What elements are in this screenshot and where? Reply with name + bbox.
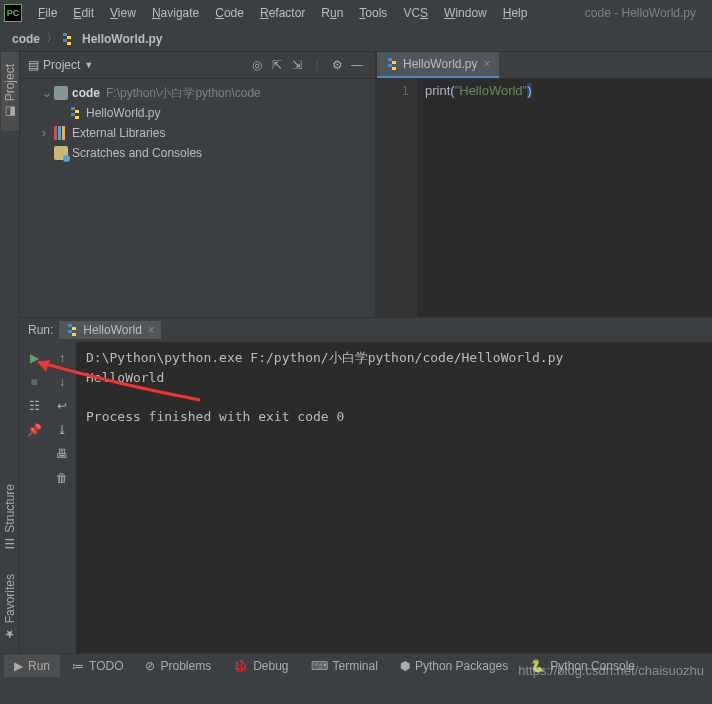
left-tool-rail: ◧ Project ☰ Structure ★ Favorites	[0, 52, 20, 653]
menu-bar: PC File Edit View Navigate Code Refactor…	[0, 0, 712, 26]
menu-window[interactable]: Window	[436, 6, 495, 20]
menu-navigate[interactable]: Navigate	[144, 6, 207, 20]
menu-edit[interactable]: Edit	[65, 6, 102, 20]
menu-file[interactable]: File	[30, 6, 65, 20]
chevron-down-icon: ⌄	[42, 86, 54, 100]
gear-icon[interactable]: ⚙	[327, 55, 347, 75]
python-file-icon	[68, 106, 82, 120]
breadcrumb-root[interactable]: code	[8, 32, 44, 46]
pin-icon[interactable]: 📌	[24, 420, 44, 440]
bb-python-console[interactable]: 🐍Python Console	[520, 654, 645, 677]
menu-view[interactable]: View	[102, 6, 144, 20]
collapse-all-icon[interactable]: ⇲	[287, 55, 307, 75]
up-icon[interactable]: ↑	[52, 348, 72, 368]
package-icon: ⬢	[400, 659, 410, 673]
play-icon: ▶	[14, 659, 23, 673]
python-icon: 🐍	[530, 659, 545, 673]
window-title: code - HelloWorld.py	[585, 6, 708, 20]
layout-icon[interactable]: ☷	[24, 396, 44, 416]
print-icon[interactable]: 🖶	[52, 444, 72, 464]
tree-scratches[interactable]: Scratches and Consoles	[20, 143, 375, 163]
bb-debug[interactable]: 🐞Debug	[223, 654, 298, 677]
breadcrumb: code 〉 HelloWorld.py	[0, 26, 712, 52]
breadcrumb-file[interactable]: HelloWorld.py	[78, 32, 166, 46]
project-tree: ⌄ codeF:\python\小白学python\code HelloWorl…	[20, 79, 375, 167]
stop-icon[interactable]: ■	[24, 372, 44, 392]
editor-tab[interactable]: HelloWorld.py ×	[377, 52, 499, 78]
menu-run[interactable]: Run	[313, 6, 351, 20]
gutter: 1	[377, 79, 417, 317]
menu-refactor[interactable]: Refactor	[252, 6, 313, 20]
editor-tabs: HelloWorld.py ×	[377, 52, 712, 79]
menu-tools[interactable]: Tools	[351, 6, 395, 20]
problems-icon: ⊘	[145, 659, 155, 673]
project-view-dropdown[interactable]: ▤ Project ▼	[28, 58, 93, 72]
run-toolbar-secondary: ↑ ↓ ↩ ⤓ 🖶 🗑	[48, 342, 76, 653]
chevron-right-icon: ›	[42, 126, 54, 140]
bb-todo[interactable]: ≔TODO	[62, 654, 133, 677]
bug-icon: 🐞	[233, 659, 248, 673]
trash-icon[interactable]: 🗑	[52, 468, 72, 488]
chevron-right-icon: 〉	[44, 30, 60, 47]
close-icon[interactable]: ×	[483, 57, 490, 71]
python-file-icon	[65, 323, 79, 337]
menu-code[interactable]: Code	[207, 6, 252, 20]
run-toolbar-primary: ▶ ■ ☷ 📌	[20, 342, 48, 653]
bb-terminal[interactable]: ⌨Terminal	[301, 654, 388, 677]
terminal-icon: ⌨	[311, 659, 328, 673]
bb-problems[interactable]: ⊘Problems	[135, 654, 221, 677]
folder-icon	[54, 86, 68, 100]
menu-help[interactable]: Help	[495, 6, 536, 20]
libraries-icon	[54, 126, 68, 140]
project-icon: ▤	[28, 58, 39, 72]
expand-all-icon[interactable]: ⇱	[267, 55, 287, 75]
soft-wrap-icon[interactable]: ↩	[52, 396, 72, 416]
bottom-bar: ▶Run ≔TODO ⊘Problems 🐞Debug ⌨Terminal ⬢P…	[0, 653, 712, 677]
tree-root[interactable]: ⌄ codeF:\python\小白学python\code	[20, 83, 375, 103]
python-file-icon	[60, 32, 74, 46]
run-tab[interactable]: HelloWorld ×	[59, 321, 160, 339]
rerun-icon[interactable]: ▶	[24, 348, 44, 368]
locate-icon[interactable]: ◎	[247, 55, 267, 75]
close-icon[interactable]: ×	[148, 323, 155, 337]
menu-vcs[interactable]: VCS	[395, 6, 436, 20]
tree-ext-libs[interactable]: › External Libraries	[20, 123, 375, 143]
tree-file[interactable]: HelloWorld.py	[20, 103, 375, 123]
python-file-icon	[385, 57, 399, 71]
project-panel: ▤ Project ▼ ◎ ⇱ ⇲ | ⚙ — ⌄ co	[20, 52, 376, 317]
chevron-down-icon: ▼	[84, 60, 93, 70]
code-area[interactable]: 1 print("HelloWorld")	[377, 79, 712, 317]
rail-tab-favorites[interactable]: ★ Favorites	[1, 562, 19, 653]
bb-run[interactable]: ▶Run	[4, 654, 60, 677]
scroll-end-icon[interactable]: ⤓	[52, 420, 72, 440]
editor: HelloWorld.py × 1 print("HelloWorld")	[376, 52, 712, 317]
hide-icon[interactable]: —	[347, 55, 367, 75]
scratches-icon	[54, 146, 68, 160]
bb-python-packages[interactable]: ⬢Python Packages	[390, 654, 518, 677]
todo-icon: ≔	[72, 659, 84, 673]
rail-tab-structure[interactable]: ☰ Structure	[1, 472, 19, 562]
code-content[interactable]: print("HelloWorld")	[417, 79, 712, 317]
console-output[interactable]: D:\Python\python.exe F:/python/小白学python…	[76, 342, 712, 653]
rail-tab-project[interactable]: ◧ Project	[1, 52, 19, 131]
divider: |	[307, 55, 327, 75]
run-label: Run:	[28, 323, 53, 337]
down-icon[interactable]: ↓	[52, 372, 72, 392]
pycharm-icon: PC	[4, 4, 22, 22]
run-panel: Run: HelloWorld × ▶ ■ ☷ 📌 ↑ ↓ ↩	[20, 317, 712, 653]
